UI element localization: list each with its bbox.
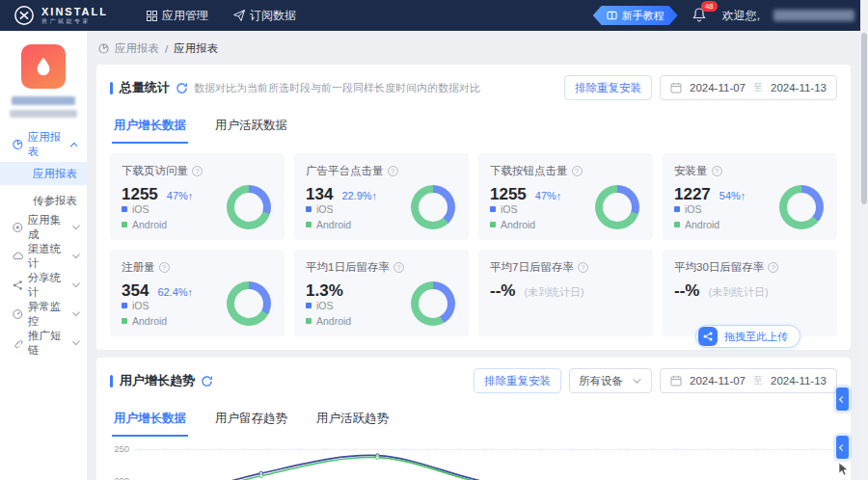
stat-card-day1-retention: 平均1日后留存率? 1.3% iOS Android — [294, 250, 469, 336]
username-redacted[interactable] — [773, 10, 854, 21]
android-legend-swatch — [306, 222, 312, 227]
date-end[interactable]: 2024-11-13 — [771, 375, 827, 387]
sidebar-item-channel-stats[interactable]: 渠道统计 — [0, 245, 87, 268]
android-legend-label: Android — [132, 315, 167, 327]
stat-title: 下载按钮点击量 — [490, 164, 568, 178]
tab-user-growth-data[interactable]: 用户增长数据 — [112, 112, 188, 144]
date-range-picker[interactable]: 2024-11-07 至 2024-11-13 — [660, 368, 837, 393]
chevron-up-icon — [69, 142, 77, 149]
info-icon[interactable]: ? — [578, 262, 588, 273]
sidebar-item-label: 推广短链 — [28, 329, 68, 358]
refresh-icon[interactable] — [176, 82, 188, 94]
stat-title: 广告平台点击量 — [306, 164, 384, 178]
device-select-value: 所有设备 — [579, 374, 623, 388]
monitor-icon — [13, 308, 23, 320]
grid-icon — [147, 11, 157, 21]
calendar-icon — [670, 375, 682, 387]
stat-note: (未到统计日) — [708, 285, 768, 300]
breadcrumb: 应用报表 / 应用报表 — [87, 31, 860, 65]
notification-bell[interactable]: 48 — [692, 7, 709, 24]
info-icon[interactable]: ? — [159, 262, 170, 273]
platform-legend: iOS Android — [122, 200, 167, 230]
book-icon — [607, 11, 617, 21]
sidebar-item-share-stats[interactable]: 分享统计 — [0, 274, 87, 297]
sidebar-subitem-app-report[interactable]: 应用报表 — [0, 162, 87, 185]
notification-badge: 48 — [701, 1, 718, 12]
info-icon[interactable]: ? — [192, 166, 203, 176]
ios-legend-label: iOS — [132, 300, 149, 311]
date-separator: 至 — [753, 374, 763, 387]
exclude-duplicate-install-button[interactable]: 排除重复安装 — [564, 75, 652, 100]
tutorial-button[interactable]: 新手教程 — [593, 6, 678, 25]
stat-title: 平均1日后留存率 — [306, 260, 390, 275]
channel-icon — [13, 251, 23, 262]
android-legend-swatch — [306, 318, 312, 324]
drag-upload-button[interactable]: 拖拽至此上传 — [695, 325, 800, 348]
sidebar-subitem-param-report[interactable]: 传参报表 — [0, 189, 87, 212]
date-range-picker[interactable]: 2024-11-07 至 2024-11-13 — [660, 75, 837, 100]
menu-subscribe-data-label: 订阅数据 — [250, 8, 296, 24]
summary-description: 数据对比为当前所选时段与前一段同样长度时间内的数据对比 — [194, 81, 480, 95]
sidebar-item-app-report[interactable]: 应用报表 — [0, 133, 87, 156]
stat-title: 注册量 — [122, 260, 155, 275]
date-separator: 至 — [753, 81, 763, 94]
title-accent-bar — [110, 375, 113, 387]
upload-hint-label: 拖拽至此上传 — [724, 330, 788, 344]
ios-legend-swatch — [306, 303, 312, 308]
tab-user-active-trend[interactable]: 用户活跃趋势 — [314, 405, 391, 437]
tab-user-growth-data[interactable]: 用户增长数据 — [112, 405, 188, 437]
device-select[interactable]: 所有设备 — [569, 368, 652, 393]
breadcrumb-first[interactable]: 应用报表 — [115, 41, 159, 56]
android-legend-label: Android — [316, 315, 351, 327]
collapse-panel-button[interactable] — [836, 387, 849, 411]
ios-legend-swatch — [122, 206, 127, 212]
collapse-panel-button[interactable] — [836, 436, 849, 459]
date-start[interactable]: 2024-11-07 — [690, 82, 746, 93]
app-avatar[interactable] — [21, 44, 66, 89]
refresh-icon[interactable] — [201, 375, 213, 387]
exclude-duplicate-install-button[interactable]: 排除重复安装 — [474, 368, 561, 393]
mouse-cursor — [838, 463, 850, 476]
sidebar-menu: 应用报表 应用报表 传参报表 应用集成 渠道统计 分享统计 — [0, 133, 87, 355]
info-icon[interactable]: ? — [572, 166, 583, 176]
platform-legend: iOS Android — [674, 200, 719, 230]
info-icon[interactable]: ? — [393, 262, 404, 273]
stat-change: 47%↑ — [167, 190, 194, 201]
platform-legend: iOS Android — [490, 200, 535, 230]
chevron-left-icon — [839, 395, 846, 402]
stat-change: 54%↑ — [719, 190, 746, 201]
android-legend-label: Android — [685, 219, 719, 230]
scrollbar-thumb[interactable] — [861, 33, 867, 204]
stat-title: 平均30日后留存率 — [674, 260, 764, 275]
sidebar-item-app-integration[interactable]: 应用集成 — [0, 216, 87, 239]
menu-subscribe-data[interactable]: 订阅数据 — [233, 8, 296, 24]
sidebar-item-short-link[interactable]: 推广短链 — [0, 332, 87, 355]
stat-card-day7-retention: 平均7日后留存率? --%(未到统计日) — [478, 250, 653, 336]
droplet-icon — [33, 56, 54, 77]
upload-share-icon — [698, 327, 718, 346]
calendar-icon — [670, 82, 682, 93]
stat-title: 安装量 — [674, 164, 708, 178]
app-name-redacted — [12, 96, 75, 105]
brand-logo-block[interactable]: XINSTALL 推广赋能专家 — [14, 5, 108, 26]
info-icon[interactable]: ? — [388, 166, 398, 176]
android-legend-label: Android — [501, 219, 535, 230]
chevron-down-icon — [72, 280, 80, 288]
date-start[interactable]: 2024-11-07 — [690, 375, 746, 387]
chevron-left-icon — [839, 443, 846, 450]
stat-title: 下载页访问量 — [122, 164, 188, 178]
menu-app-management[interactable]: 应用管理 — [147, 8, 208, 24]
date-end[interactable]: 2024-11-13 — [771, 82, 827, 93]
tutorial-button-label: 新手教程 — [622, 9, 665, 23]
android-legend-swatch — [674, 222, 680, 227]
info-icon[interactable]: ? — [768, 262, 778, 273]
stat-card-download-page-visits: 下载页访问量? 125547%↑ iOS Android — [110, 153, 285, 240]
info-icon[interactable]: ? — [712, 166, 722, 176]
sidebar-item-anomaly-monitor[interactable]: 异常监控 — [0, 303, 87, 326]
breadcrumb-last: 应用报表 — [174, 41, 218, 56]
chevron-down-icon — [72, 252, 80, 259]
tab-user-active-data[interactable]: 用户活跃数据 — [213, 112, 289, 144]
xinstall-logo-icon — [14, 5, 35, 26]
donut-chart — [779, 185, 824, 229]
tab-user-retention-trend[interactable]: 用户留存趋势 — [213, 405, 289, 437]
